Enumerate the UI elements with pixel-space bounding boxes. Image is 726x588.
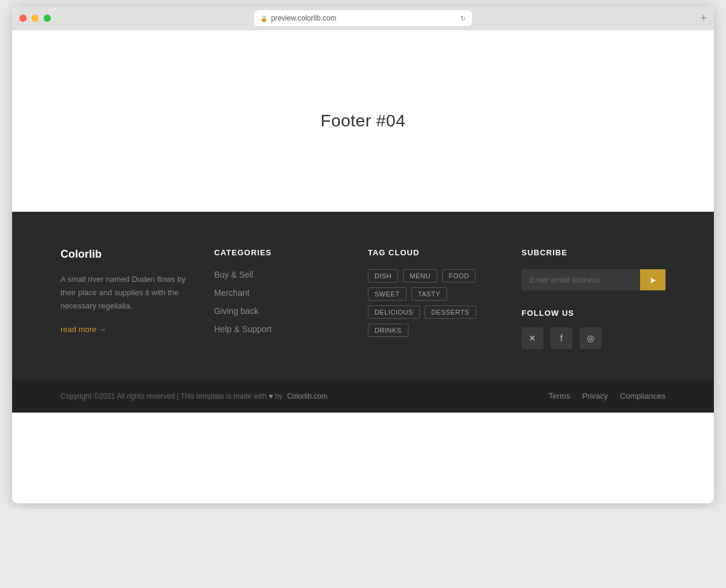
- list-item: Help & Support: [214, 324, 344, 335]
- tag-delicious[interactable]: DELICIOUS: [368, 305, 420, 319]
- tag-food[interactable]: FOOD: [442, 269, 476, 283]
- hero-area: Footer #04: [12, 30, 714, 212]
- refresh-icon[interactable]: ↻: [460, 15, 466, 22]
- list-item: Giving back: [214, 305, 344, 316]
- category-link-help-support[interactable]: Help & Support: [214, 324, 272, 334]
- page-content: Footer #04 Colorlib A small river named …: [12, 30, 714, 503]
- brand-description: A small river named Duden flows by their…: [60, 273, 190, 313]
- send-icon: ➤: [649, 275, 656, 285]
- subscribe-form: ➤: [522, 269, 666, 290]
- footer-subscribe-col: SUBCRIBE ➤ FOLLOW US ✕ f: [522, 248, 666, 349]
- list-item: Merchant: [214, 287, 344, 298]
- colorlib-link[interactable]: Colorlib.com: [287, 392, 327, 400]
- browser-window: 🔒 preview.colorlib.com ↻ + Footer #04 Co…: [12, 6, 714, 503]
- terms-link[interactable]: Terms: [549, 391, 570, 400]
- tag-sweet[interactable]: SWEET: [368, 287, 407, 301]
- minimize-button[interactable]: [31, 15, 39, 22]
- privacy-link[interactable]: Privacy: [582, 391, 608, 400]
- tag-dish[interactable]: DISH: [368, 269, 398, 283]
- footer-main: Colorlib A small river named Duden flows…: [12, 212, 714, 379]
- read-more-link[interactable]: read more →: [60, 325, 106, 334]
- footer-brand-col: Colorlib A small river named Duden flows…: [60, 248, 190, 349]
- url-text: preview.colorlib.com: [271, 14, 336, 22]
- address-bar[interactable]: 🔒 preview.colorlib.com ↻: [254, 10, 472, 26]
- twitter-icon[interactable]: ✕: [522, 327, 543, 349]
- brand-name: Colorlib: [60, 248, 190, 261]
- tagcloud-title: TAG CLOUD: [368, 248, 497, 257]
- close-button[interactable]: [19, 15, 27, 22]
- new-tab-button[interactable]: +: [700, 12, 707, 25]
- footer-categories-col: CATEGORIES Buy & Sell Merchant Giving ba…: [214, 248, 344, 349]
- footer-bottom: Copyright ©2021 All rights reserved | Th…: [12, 379, 714, 413]
- tag-desserts[interactable]: DESSERTS: [425, 305, 476, 319]
- compliances-link[interactable]: Compliances: [620, 391, 666, 400]
- follow-us-title: FOLLOW US: [522, 309, 666, 318]
- category-link-merchant[interactable]: Merchant: [214, 288, 249, 298]
- tag-cloud: DISH MENU FOOD SWEET TASTY DELICIOUS DES…: [368, 269, 497, 337]
- tag-tasty[interactable]: TASTY: [411, 287, 447, 301]
- footer-grid: Colorlib A small river named Duden flows…: [60, 248, 666, 349]
- facebook-icon[interactable]: f: [551, 327, 572, 349]
- lock-icon: 🔒: [260, 15, 267, 22]
- footer-legal-links: Terms Privacy Compliances: [549, 391, 666, 400]
- copyright-text: Copyright ©2021 All rights reserved | Th…: [60, 392, 327, 400]
- category-link-giving-back[interactable]: Giving back: [214, 306, 258, 316]
- page-title: Footer #04: [321, 111, 405, 131]
- heart-icon: ♥: [269, 392, 275, 400]
- list-item: Buy & Sell: [214, 269, 344, 280]
- below-footer-area: [12, 413, 714, 503]
- instagram-icon[interactable]: ◎: [580, 327, 601, 349]
- subscribe-title: SUBCRIBE: [522, 248, 666, 257]
- category-link-buy-sell[interactable]: Buy & Sell: [214, 270, 253, 279]
- tag-menu[interactable]: MENU: [403, 269, 437, 283]
- social-icons: ✕ f ◎: [522, 327, 666, 349]
- footer-tagcloud-col: TAG CLOUD DISH MENU FOOD SWEET TASTY DEL…: [368, 248, 497, 349]
- tag-drinks[interactable]: DRINKS: [368, 324, 408, 337]
- maximize-button[interactable]: [44, 15, 51, 22]
- copyright-static: Copyright ©2021 All rights reserved | Th…: [60, 392, 267, 400]
- subscribe-button[interactable]: ➤: [640, 269, 666, 290]
- by-text: by: [275, 392, 283, 400]
- email-input[interactable]: [522, 269, 640, 290]
- categories-list: Buy & Sell Merchant Giving back Help & S…: [214, 269, 344, 335]
- browser-titlebar: 🔒 preview.colorlib.com ↻ +: [12, 6, 714, 30]
- categories-title: CATEGORIES: [214, 248, 344, 257]
